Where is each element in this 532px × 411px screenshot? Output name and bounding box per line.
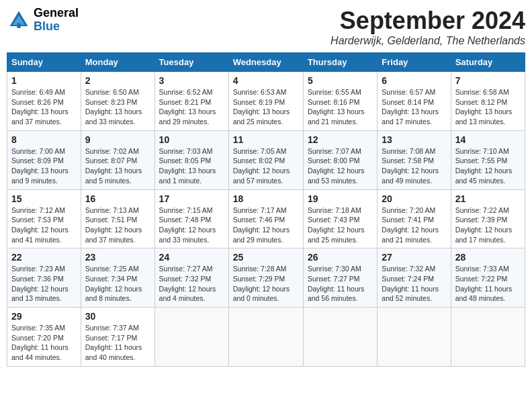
week-5-row: 29 Sunrise: 7:35 AMSunset: 7:20 PMDaylig… (7, 308, 525, 367)
header-monday: Monday (81, 53, 154, 72)
day-18: 18 Sunrise: 7:17 AMSunset: 7:46 PMDaylig… (228, 189, 303, 248)
day-24: 24 Sunrise: 7:27 AMSunset: 7:32 PMDaylig… (154, 248, 228, 308)
empty-cell-4 (378, 308, 451, 367)
logo-icon (7, 8, 31, 32)
day-15: 15 Sunrise: 7:12 AMSunset: 7:53 PMDaylig… (7, 189, 81, 248)
header-wednesday: Wednesday (228, 53, 303, 72)
header-tuesday: Tuesday (154, 53, 228, 72)
day-5: 5 Sunrise: 6:55 AMSunset: 8:16 PMDayligh… (303, 72, 377, 131)
day-3: 3 Sunrise: 6:52 AMSunset: 8:21 PMDayligh… (154, 72, 228, 131)
day-8: 8 Sunrise: 7:00 AMSunset: 8:09 PMDayligh… (7, 130, 81, 189)
logo-blue: Blue (34, 20, 79, 34)
day-26: 26 Sunrise: 7:30 AMSunset: 7:27 PMDaylig… (303, 248, 377, 308)
day-25: 25 Sunrise: 7:28 AMSunset: 7:29 PMDaylig… (228, 248, 303, 308)
day-30: 30 Sunrise: 7:37 AMSunset: 7:17 PMDaylig… (81, 308, 154, 367)
day-4: 4 Sunrise: 6:53 AMSunset: 8:19 PMDayligh… (228, 72, 303, 131)
day-28: 28 Sunrise: 7:33 AMSunset: 7:22 PMDaylig… (451, 248, 525, 308)
svg-rect-2 (17, 23, 20, 28)
logo-text: General Blue (34, 7, 79, 34)
day-7: 7 Sunrise: 6:58 AMSunset: 8:12 PMDayligh… (451, 72, 525, 131)
day-23: 23 Sunrise: 7:25 AMSunset: 7:34 PMDaylig… (81, 248, 154, 308)
day-27: 27 Sunrise: 7:32 AMSunset: 7:24 PMDaylig… (378, 248, 451, 308)
day-21: 21 Sunrise: 7:22 AMSunset: 7:39 PMDaylig… (451, 189, 525, 248)
week-1-row: 1 Sunrise: 6:49 AMSunset: 8:26 PMDayligh… (7, 72, 525, 131)
day-17: 17 Sunrise: 7:15 AMSunset: 7:48 PMDaylig… (154, 189, 228, 248)
day-1: 1 Sunrise: 6:49 AMSunset: 8:26 PMDayligh… (7, 72, 81, 131)
day-13: 13 Sunrise: 7:08 AMSunset: 7:58 PMDaylig… (378, 130, 451, 189)
header-saturday: Saturday (451, 53, 525, 72)
empty-cell-2 (228, 308, 303, 367)
day-29: 29 Sunrise: 7:35 AMSunset: 7:20 PMDaylig… (7, 308, 81, 367)
week-4-row: 22 Sunrise: 7:23 AMSunset: 7:36 PMDaylig… (7, 248, 525, 308)
day-19: 19 Sunrise: 7:18 AMSunset: 7:43 PMDaylig… (303, 189, 377, 248)
header-sunday: Sunday (7, 53, 81, 72)
day-6: 6 Sunrise: 6:57 AMSunset: 8:14 PMDayligh… (378, 72, 451, 131)
day-10: 10 Sunrise: 7:03 AMSunset: 8:05 PMDaylig… (154, 130, 228, 189)
logo: General Blue (7, 7, 79, 34)
page-header: General Blue September 2024 Harderwijk, … (7, 7, 525, 47)
title-block: September 2024 Harderwijk, Gelderland, T… (330, 7, 525, 47)
day-2: 2 Sunrise: 6:50 AMSunset: 8:23 PMDayligh… (81, 72, 154, 131)
logo-general: General (34, 7, 79, 20)
week-3-row: 15 Sunrise: 7:12 AMSunset: 7:53 PMDaylig… (7, 189, 525, 248)
empty-cell-3 (303, 308, 377, 367)
day-20: 20 Sunrise: 7:20 AMSunset: 7:41 PMDaylig… (378, 189, 451, 248)
header-friday: Friday (378, 53, 451, 72)
day-9: 9 Sunrise: 7:02 AMSunset: 8:07 PMDayligh… (81, 130, 154, 189)
day-12: 12 Sunrise: 7:07 AMSunset: 8:00 PMDaylig… (303, 130, 377, 189)
weekday-header-row: Sunday Monday Tuesday Wednesday Thursday… (7, 53, 525, 72)
empty-cell-5 (451, 308, 525, 367)
header-thursday: Thursday (303, 53, 377, 72)
calendar-table: Sunday Monday Tuesday Wednesday Thursday… (7, 52, 525, 367)
day-22: 22 Sunrise: 7:23 AMSunset: 7:36 PMDaylig… (7, 248, 81, 308)
location-subtitle: Harderwijk, Gelderland, The Netherlands (330, 35, 525, 47)
empty-cell-1 (154, 308, 228, 367)
day-11: 11 Sunrise: 7:05 AMSunset: 8:02 PMDaylig… (228, 130, 303, 189)
month-title: September 2024 (330, 7, 525, 35)
week-2-row: 8 Sunrise: 7:00 AMSunset: 8:09 PMDayligh… (7, 130, 525, 189)
day-16: 16 Sunrise: 7:13 AMSunset: 7:51 PMDaylig… (81, 189, 154, 248)
day-14: 14 Sunrise: 7:10 AMSunset: 7:55 PMDaylig… (451, 130, 525, 189)
